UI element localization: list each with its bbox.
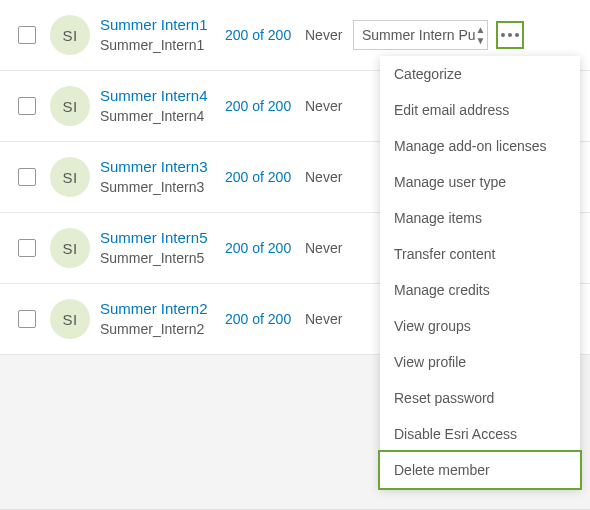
menu-item-manage-user-type[interactable]: Manage user type bbox=[380, 164, 580, 200]
display-name-link[interactable]: Summer Intern3 bbox=[100, 157, 225, 177]
credits-link[interactable]: 200 of 200 bbox=[225, 27, 305, 43]
menu-item-reset-password[interactable]: Reset password bbox=[380, 380, 580, 416]
member-names: Summer Intern4Summer_Intern4 bbox=[100, 86, 225, 125]
last-login-label: Never bbox=[305, 27, 353, 43]
role-select[interactable]: Summer Intern Pu▲▼ bbox=[353, 20, 488, 50]
menu-item-manage-credits[interactable]: Manage credits bbox=[380, 272, 580, 308]
avatar: SI bbox=[50, 299, 90, 339]
select-checkbox[interactable] bbox=[18, 168, 36, 186]
member-actions-menu: CategorizeEdit email addressManage add-o… bbox=[380, 56, 580, 488]
actions-wrap: Summer Intern Pu▲▼ bbox=[353, 20, 576, 50]
display-name-link[interactable]: Summer Intern5 bbox=[100, 228, 225, 248]
menu-item-manage-add-on-licenses[interactable]: Manage add-on licenses bbox=[380, 128, 580, 164]
member-names: Summer Intern2Summer_Intern2 bbox=[100, 299, 225, 338]
username-label: Summer_Intern4 bbox=[100, 107, 225, 126]
member-names: Summer Intern3Summer_Intern3 bbox=[100, 157, 225, 196]
credits-link[interactable]: 200 of 200 bbox=[225, 311, 305, 327]
menu-item-transfer-content[interactable]: Transfer content bbox=[380, 236, 580, 272]
member-names: Summer Intern1Summer_Intern1 bbox=[100, 15, 225, 54]
select-checkbox[interactable] bbox=[18, 239, 36, 257]
avatar: SI bbox=[50, 157, 90, 197]
select-checkbox[interactable] bbox=[18, 26, 36, 44]
menu-item-view-groups[interactable]: View groups bbox=[380, 308, 580, 344]
member-names: Summer Intern5Summer_Intern5 bbox=[100, 228, 225, 267]
display-name-link[interactable]: Summer Intern1 bbox=[100, 15, 225, 35]
avatar: SI bbox=[50, 86, 90, 126]
ellipsis-icon bbox=[501, 33, 519, 37]
select-checkbox[interactable] bbox=[18, 97, 36, 115]
username-label: Summer_Intern3 bbox=[100, 178, 225, 197]
menu-item-edit-email-address[interactable]: Edit email address bbox=[380, 92, 580, 128]
avatar: SI bbox=[50, 15, 90, 55]
display-name-link[interactable]: Summer Intern2 bbox=[100, 299, 225, 319]
last-login-label: Never bbox=[305, 98, 353, 114]
username-label: Summer_Intern2 bbox=[100, 320, 225, 339]
username-label: Summer_Intern1 bbox=[100, 36, 225, 55]
avatar: SI bbox=[50, 228, 90, 268]
credits-link[interactable]: 200 of 200 bbox=[225, 240, 305, 256]
role-select-value: Summer Intern Pu bbox=[362, 27, 476, 43]
credits-link[interactable]: 200 of 200 bbox=[225, 98, 305, 114]
menu-item-view-profile[interactable]: View profile bbox=[380, 344, 580, 380]
display-name-link[interactable]: Summer Intern4 bbox=[100, 86, 225, 106]
menu-item-categorize[interactable]: Categorize bbox=[380, 56, 580, 92]
username-label: Summer_Intern5 bbox=[100, 249, 225, 268]
menu-item-manage-items[interactable]: Manage items bbox=[380, 200, 580, 236]
credits-link[interactable]: 200 of 200 bbox=[225, 169, 305, 185]
last-login-label: Never bbox=[305, 240, 353, 256]
last-login-label: Never bbox=[305, 311, 353, 327]
chevron-updown-icon: ▲▼ bbox=[476, 25, 486, 46]
last-login-label: Never bbox=[305, 169, 353, 185]
select-checkbox[interactable] bbox=[18, 310, 36, 328]
menu-item-disable-esri-access[interactable]: Disable Esri Access bbox=[380, 416, 580, 452]
more-options-button[interactable] bbox=[496, 21, 524, 49]
menu-item-delete-member[interactable]: Delete member bbox=[378, 450, 582, 490]
